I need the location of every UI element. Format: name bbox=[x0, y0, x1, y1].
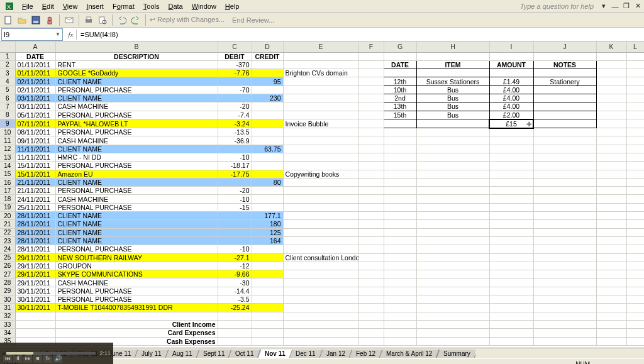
cell-C32[interactable] bbox=[218, 312, 252, 320]
cell-H21[interactable] bbox=[416, 220, 489, 228]
cell-H5[interactable]: Bus bbox=[416, 85, 489, 94]
cell-L11[interactable] bbox=[626, 136, 644, 145]
cell-B31[interactable]: T-MOBILE T10440078354931991 DDR bbox=[55, 304, 218, 312]
cell-C16[interactable] bbox=[218, 178, 252, 186]
cell-J4[interactable]: Stationery bbox=[533, 77, 596, 85]
cell-C18[interactable]: -10 bbox=[218, 195, 252, 203]
cell-L14[interactable] bbox=[626, 162, 644, 170]
cell-G18[interactable] bbox=[384, 195, 416, 203]
cell-B23[interactable]: CLIENT NAME bbox=[55, 236, 218, 245]
cell-E26[interactable] bbox=[283, 262, 358, 270]
cell-F32[interactable] bbox=[358, 312, 384, 320]
cell-K34[interactable] bbox=[596, 329, 626, 337]
cell-C10[interactable]: -13.5 bbox=[218, 128, 252, 136]
cell-I10[interactable] bbox=[489, 128, 533, 136]
undo-icon[interactable] bbox=[116, 14, 128, 26]
cell-K25[interactable] bbox=[596, 253, 626, 262]
cell-J15[interactable] bbox=[533, 170, 596, 178]
row-header[interactable]: 10 bbox=[0, 128, 15, 136]
cell-I24[interactable] bbox=[489, 245, 533, 253]
cell-K33[interactable] bbox=[596, 320, 626, 328]
name-dropdown-icon[interactable]: ▼ bbox=[55, 31, 60, 37]
cell-H11[interactable] bbox=[416, 136, 489, 145]
cell-C22[interactable] bbox=[218, 228, 252, 236]
cell-A10[interactable]: 08/11/2011 bbox=[15, 128, 55, 136]
cell-H22[interactable] bbox=[416, 228, 489, 236]
cell-D25[interactable] bbox=[252, 253, 283, 262]
cell-K27[interactable] bbox=[596, 270, 626, 279]
cell-A14[interactable]: 15/11/2011 bbox=[15, 162, 55, 170]
sheet-tab-jan-12[interactable]: Jan 12 bbox=[319, 350, 353, 358]
cell-C12[interactable] bbox=[218, 145, 252, 153]
cell-L3[interactable] bbox=[626, 69, 644, 77]
cell-E20[interactable] bbox=[283, 212, 358, 220]
cell-K35[interactable] bbox=[596, 337, 626, 345]
cell-F11[interactable] bbox=[358, 136, 384, 145]
sheet-tab-dec-11[interactable]: Dec 11 bbox=[289, 350, 323, 358]
cell-K6[interactable] bbox=[596, 94, 626, 102]
row-header[interactable]: 17 bbox=[0, 187, 15, 195]
cell-F33[interactable] bbox=[358, 320, 384, 328]
end-review-button[interactable]: End Review... bbox=[232, 16, 274, 24]
media-player-overlay[interactable]: 2:11 ⏮ ⏸ ⏭ ■ ↻ 🔊 bbox=[0, 343, 113, 364]
cell-C15[interactable]: -17.75 bbox=[218, 170, 252, 178]
cell-F12[interactable] bbox=[358, 145, 384, 153]
row-header[interactable]: 8 bbox=[0, 111, 15, 119]
cell-E28[interactable] bbox=[283, 279, 358, 287]
cell-J33[interactable] bbox=[533, 320, 596, 328]
cell-H10[interactable] bbox=[416, 128, 489, 136]
row-header[interactable]: 31 bbox=[0, 304, 15, 312]
cell-J18[interactable] bbox=[533, 195, 596, 203]
cell-A34[interactable] bbox=[15, 329, 55, 337]
cell-F5[interactable] bbox=[358, 85, 384, 94]
cell-G7[interactable]: 13th bbox=[384, 102, 416, 111]
cell-H14[interactable] bbox=[416, 162, 489, 170]
cell-J32[interactable] bbox=[533, 312, 596, 320]
cell-B16[interactable]: CLIENT NAME bbox=[55, 178, 218, 186]
col-header-D[interactable]: D bbox=[252, 41, 283, 52]
cell-I26[interactable] bbox=[489, 262, 533, 270]
row-header[interactable]: 21 bbox=[0, 220, 15, 228]
new-doc-icon[interactable] bbox=[3, 14, 14, 26]
cell-K31[interactable] bbox=[596, 304, 626, 312]
col-header-I[interactable]: I bbox=[489, 41, 533, 52]
cell-K21[interactable] bbox=[596, 220, 626, 228]
row-header[interactable]: 30 bbox=[0, 295, 15, 304]
cell-J8[interactable] bbox=[533, 111, 596, 119]
menu-format[interactable]: Format bbox=[108, 1, 139, 11]
cell-E7[interactable] bbox=[283, 102, 358, 111]
cell-B18[interactable]: CASH MACHINE bbox=[55, 195, 218, 203]
sheet-tab-sept-11[interactable]: Sept 11 bbox=[196, 350, 231, 358]
cell-J22[interactable] bbox=[533, 228, 596, 236]
reply-changes-button[interactable]: ↩ Reply with Changes... bbox=[150, 16, 225, 24]
cell-D12[interactable]: 63.75 bbox=[252, 145, 283, 153]
cell-G34[interactable] bbox=[384, 329, 416, 337]
chevron-down-icon[interactable]: ▾ bbox=[599, 2, 609, 10]
cell-K8[interactable] bbox=[596, 111, 626, 119]
cell-A4[interactable]: 02/11/2011 bbox=[15, 77, 55, 85]
cell-H31[interactable] bbox=[416, 304, 489, 312]
row-header[interactable]: 1 bbox=[0, 52, 15, 60]
cell-L6[interactable] bbox=[626, 94, 644, 102]
cell-I29[interactable] bbox=[489, 287, 533, 295]
cell-E9[interactable]: Invoice Bubble bbox=[283, 119, 358, 128]
cell-C25[interactable]: -27.1 bbox=[218, 253, 252, 262]
sheet-tab-march-&-april-12[interactable]: March & April 12 bbox=[379, 350, 440, 358]
cell-G33[interactable] bbox=[384, 320, 416, 328]
cell-B15[interactable]: Amazon EU bbox=[55, 170, 218, 178]
cell-G24[interactable] bbox=[384, 245, 416, 253]
sheet-tab-aug-11[interactable]: Aug 11 bbox=[165, 350, 199, 358]
cell-J9[interactable] bbox=[533, 119, 596, 128]
cell-B33[interactable]: Client Income bbox=[55, 320, 218, 328]
formula-input[interactable]: =SUM(I4:I8) bbox=[77, 30, 644, 40]
cell-F8[interactable] bbox=[358, 111, 384, 119]
cell-J25[interactable] bbox=[533, 253, 596, 262]
cell-C2[interactable]: -370 bbox=[218, 60, 252, 69]
cell-G27[interactable] bbox=[384, 270, 416, 279]
cell-F35[interactable] bbox=[358, 337, 384, 345]
cell-C17[interactable]: -20 bbox=[218, 187, 252, 195]
cell-C26[interactable]: -12 bbox=[218, 262, 252, 270]
cell-J19[interactable] bbox=[533, 203, 596, 211]
cell-H7[interactable]: Bus bbox=[416, 102, 489, 111]
col-header-G[interactable]: G bbox=[384, 41, 416, 52]
